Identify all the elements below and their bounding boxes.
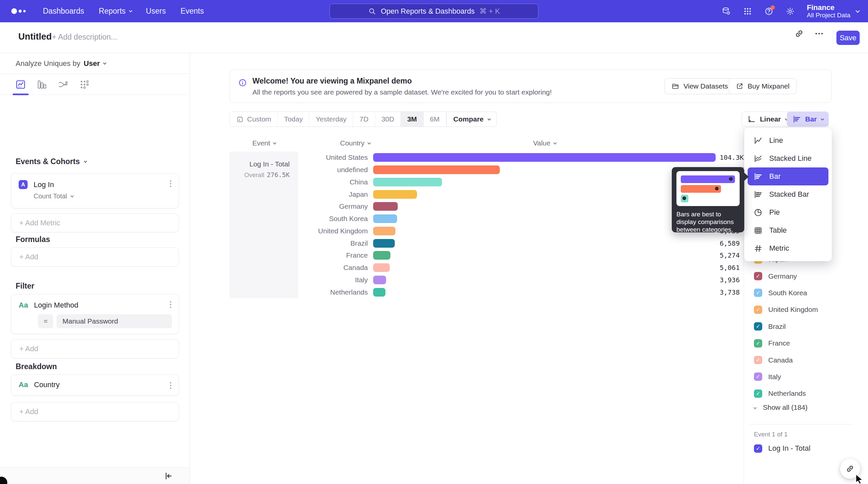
legend-label: Canada: [768, 356, 793, 364]
bar[interactable]: [373, 178, 442, 187]
filter-operator-chip[interactable]: =: [38, 314, 53, 328]
add-breakdown-button[interactable]: + Add: [11, 402, 179, 421]
global-search-input[interactable]: Open Reports & Dashboards ⌘ + K: [330, 4, 538, 19]
chart-bar-row: Italy 3,936: [298, 274, 771, 286]
line-chart-icon: [753, 136, 763, 145]
chart-type-option[interactable]: Line: [744, 132, 832, 149]
chart-type-option[interactable]: Pie: [744, 203, 832, 221]
metric-event-name[interactable]: Log In: [34, 180, 54, 189]
nav-item-label: Reports: [99, 7, 126, 16]
add-filter-button[interactable]: + Add: [11, 339, 179, 359]
legend-checkbox[interactable]: ✓: [754, 272, 762, 280]
legend-checkbox[interactable]: ✓: [754, 339, 762, 347]
legend-item[interactable]: ✓ South Korea: [754, 285, 865, 301]
bar[interactable]: [373, 190, 417, 199]
range-custom[interactable]: Custom: [230, 112, 277, 126]
metric-card[interactable]: A Log In Count Total: [11, 173, 179, 208]
bar[interactable]: [373, 288, 385, 296]
breakdown-property-name[interactable]: Country: [34, 380, 60, 389]
compare-button[interactable]: Compare: [446, 112, 497, 127]
data-management-icon[interactable]: [722, 7, 731, 16]
legend-checkbox[interactable]: ✓: [754, 390, 762, 398]
legend-checkbox[interactable]: ✓: [754, 445, 762, 453]
aggregation-dropdown[interactable]: Count Total: [34, 192, 179, 207]
nav-item-users[interactable]: Users: [146, 7, 166, 16]
save-button[interactable]: Save: [836, 31, 860, 45]
bar[interactable]: [373, 239, 395, 248]
filter-property-name[interactable]: Login Method: [34, 301, 78, 310]
column-header-value[interactable]: Value: [373, 139, 716, 147]
tab-insights[interactable]: [14, 79, 27, 90]
chart-type-option[interactable]: Table: [744, 221, 832, 239]
copy-link-icon[interactable]: [794, 29, 804, 38]
bar[interactable]: [373, 227, 396, 235]
range-30d[interactable]: 30D: [375, 112, 401, 126]
legend-item[interactable]: ✓ Germany: [754, 267, 865, 284]
scale-selector-button[interactable]: Linear: [742, 112, 793, 127]
range-6m[interactable]: 6M: [423, 112, 446, 126]
legend-item[interactable]: ✓ Canada: [754, 351, 865, 368]
legend-checkbox[interactable]: ✓: [754, 372, 762, 381]
range-7d[interactable]: 7D: [353, 112, 375, 126]
tab-funnels[interactable]: [36, 79, 48, 90]
range-today[interactable]: Today: [277, 112, 309, 126]
legend-checkbox[interactable]: ✓: [754, 322, 762, 331]
formulas-heading: Formulas: [16, 235, 50, 244]
analyze-label: Analyze Uniques by: [16, 59, 80, 68]
chart-type-option[interactable]: Stacked Line: [744, 149, 832, 167]
chart-type-option[interactable]: Bar: [748, 167, 829, 186]
kebab-menu-icon[interactable]: [170, 382, 171, 389]
column-header-country[interactable]: Country: [298, 139, 373, 147]
project-switcher[interactable]: Finance All Project Data: [807, 4, 859, 19]
bar[interactable]: [373, 276, 386, 284]
chart-type-button[interactable]: Bar: [787, 112, 829, 127]
column-header-event[interactable]: Event: [229, 139, 298, 147]
breakdown-card[interactable]: Aa Country: [11, 374, 179, 396]
filter-value-input[interactable]: Manual Password: [57, 314, 172, 328]
range-3m[interactable]: 3M: [400, 112, 423, 126]
nav-item-dashboards[interactable]: Dashboards: [43, 7, 84, 16]
help-icon[interactable]: [764, 7, 774, 16]
legend-checkbox[interactable]: ✓: [754, 356, 762, 364]
legend-event-item[interactable]: ✓ Log In - Total: [754, 444, 810, 453]
kebab-menu-icon[interactable]: [170, 301, 171, 308]
settings-gear-icon[interactable]: [785, 7, 795, 16]
chart-type-option[interactable]: Stacked Bar: [744, 186, 832, 203]
view-datasets-button[interactable]: View Datasets: [664, 78, 735, 94]
legend-item[interactable]: ✓ France: [754, 335, 865, 351]
bar[interactable]: [373, 215, 397, 223]
more-options-icon[interactable]: [814, 29, 824, 38]
add-metric-button[interactable]: + Add Metric: [11, 213, 179, 232]
events-cohorts-heading[interactable]: Events & Cohorts: [16, 157, 86, 166]
tab-flows[interactable]: [57, 79, 69, 90]
show-all-button[interactable]: Show all (184): [754, 403, 807, 411]
bar-track: [373, 227, 716, 235]
legend-item[interactable]: ✓ Brazil: [754, 318, 865, 335]
apps-grid-icon[interactable]: [743, 7, 752, 16]
tab-retention[interactable]: [79, 79, 90, 90]
legend-item[interactable]: ✓ United Kingdom: [754, 301, 865, 318]
add-description-field[interactable]: + Add description...: [52, 33, 117, 41]
legend-checkbox[interactable]: ✓: [754, 306, 762, 314]
nav-item-events[interactable]: Events: [181, 7, 204, 16]
kebab-menu-icon[interactable]: [170, 180, 171, 187]
bar[interactable]: [373, 202, 398, 211]
chart-type-option[interactable]: Metric: [744, 239, 832, 257]
filter-card[interactable]: Aa Login Method = Manual Password: [11, 294, 179, 334]
mixpanel-logo[interactable]: [11, 8, 26, 14]
legend-item[interactable]: ✓ Italy: [754, 369, 865, 385]
buy-mixpanel-button[interactable]: Buy Mixpanel: [728, 78, 797, 94]
legend-checkbox[interactable]: ✓: [754, 289, 762, 297]
analyze-by-dropdown[interactable]: User: [84, 59, 105, 68]
legend-label: South Korea: [768, 289, 807, 297]
legend-item[interactable]: ✓ Netherlands: [754, 385, 865, 402]
collapse-sidebar-icon[interactable]: [164, 471, 174, 481]
report-title[interactable]: Untitled: [18, 32, 52, 42]
bar[interactable]: [373, 166, 500, 174]
bar[interactable]: [373, 251, 391, 260]
bar[interactable]: [373, 153, 716, 162]
nav-item-reports[interactable]: Reports: [99, 7, 131, 16]
bar[interactable]: [373, 263, 390, 272]
add-formula-button[interactable]: + Add: [11, 247, 179, 267]
range-yesterday[interactable]: Yesterday: [309, 112, 353, 126]
